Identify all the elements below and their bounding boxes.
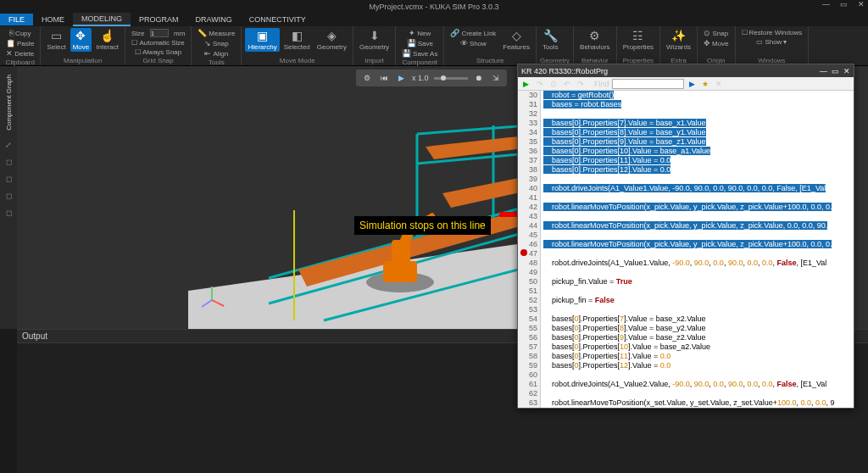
hierarchy-button[interactable]: ▣Hierarchy	[245, 28, 279, 52]
run-icon[interactable]: ▶	[520, 78, 531, 89]
size-field[interactable]: Size mm	[129, 28, 187, 38]
comp-save-button[interactable]: 💾Save	[399, 38, 440, 48]
size-input[interactable]	[150, 29, 169, 37]
code-window-titlebar[interactable]: KR 420 R3330::RobotPrg — ▭ ✕	[518, 64, 854, 77]
sim-speed-label: x 1.0	[412, 74, 429, 82]
move-icon: ✥	[75, 29, 86, 42]
move-button[interactable]: ✥Move	[70, 28, 92, 52]
align-icon: ⇤	[204, 49, 211, 58]
code-min-icon[interactable]: —	[820, 67, 827, 75]
undo-icon[interactable]: ↶	[561, 78, 572, 89]
behaviors-button[interactable]: ⚙Behaviors	[577, 28, 613, 52]
import-icon: ⬇	[370, 29, 380, 42]
sim-speed-slider[interactable]	[434, 77, 468, 80]
maximize-icon[interactable]: ▭	[840, 0, 848, 8]
find-next-icon[interactable]: ▶	[687, 78, 698, 89]
ruler-icon: 📏	[198, 29, 207, 37]
sim-play-icon[interactable]: ▶	[395, 72, 407, 84]
gear-icon: ⚙	[589, 29, 600, 42]
link-icon: 🔗	[450, 29, 459, 37]
geo-tools-button[interactable]: 🔧Tools	[540, 28, 561, 52]
show-button[interactable]: 👁Show	[448, 38, 498, 48]
group-component-label: Component	[399, 58, 440, 66]
features-button[interactable]: ◇Features	[500, 28, 532, 52]
geometry-mmode-button[interactable]: ◈Geometry	[314, 28, 349, 52]
sim-record-icon[interactable]: ⏺	[473, 72, 485, 84]
interact-button[interactable]: ☝Interact	[93, 28, 121, 52]
svg-text:R: R	[197, 304, 203, 313]
find-input[interactable]	[612, 79, 684, 89]
origin-snap-button[interactable]: ⊙Snap	[701, 28, 732, 38]
group-movemode-label: Move Mode	[245, 57, 349, 64]
code-window-title: KR 420 R3330::RobotPrg	[521, 67, 608, 75]
code-close-icon[interactable]: ✕	[843, 67, 850, 75]
step-icon[interactable]: ↷	[534, 78, 545, 89]
redo-icon[interactable]: ↷	[575, 78, 586, 89]
wrench-icon: 🔧	[543, 29, 558, 42]
import-geometry-button[interactable]: ⬇Geometry	[357, 28, 392, 52]
sim-export-icon[interactable]: ⇲	[490, 72, 502, 84]
minimize-icon[interactable]: —	[822, 0, 830, 8]
group-tools-label: Tools	[195, 58, 237, 66]
createlink-button[interactable]: 🔗Create Link	[448, 28, 498, 38]
hand-icon: ☝	[100, 29, 114, 42]
checkbox-icon: ☐	[742, 29, 748, 36]
geom-icon: ◈	[327, 29, 337, 42]
auto-size-check[interactable]: ☐Automatic Size	[129, 38, 187, 47]
close-icon[interactable]: ✕	[858, 0, 865, 8]
view-tool-1[interactable]: ⤢	[3, 139, 14, 151]
measure-button[interactable]: 📏Measure	[195, 28, 237, 38]
code-body[interactable]: 3031323334353637383940414243444546474849…	[518, 91, 854, 408]
view-tool-5[interactable]: ◻	[3, 207, 14, 219]
window-icon: ▭	[756, 38, 763, 46]
tab-program[interactable]: PROGRAM	[131, 14, 187, 25]
tab-home[interactable]: HOME	[33, 14, 73, 25]
wizards-button[interactable]: ✨Wizards	[664, 28, 693, 52]
bookmark-icon[interactable]: ★	[700, 78, 711, 89]
view-tool-3[interactable]: ◻	[3, 173, 14, 185]
copy-button[interactable]: ⎘Copy	[3, 28, 36, 38]
clear-icon[interactable]: ✕	[714, 78, 725, 89]
sliders-icon: ☷	[632, 29, 643, 42]
always-snap-check[interactable]: ☐Always Snap	[129, 47, 187, 57]
selected-button[interactable]: ◧Selected	[281, 28, 313, 52]
group-import-label: Import	[357, 57, 392, 64]
menu-tabs: FILE HOME MODELING PROGRAM DRAWING CONNE…	[0, 13, 868, 26]
sim-settings-icon[interactable]: ⚙	[361, 72, 373, 84]
tab-connectivity[interactable]: CONNECTIVITY	[241, 14, 314, 25]
component-graph-tab[interactable]: Component Graph	[3, 71, 14, 134]
snap-button[interactable]: ↘Snap	[195, 38, 237, 48]
annotation-callout: Simulation stops on this line	[354, 216, 491, 235]
group-clipboard-label: Clipboard	[3, 58, 36, 66]
view-tool-2[interactable]: ◻	[3, 156, 14, 168]
sim-reset-icon[interactable]: ⏮	[378, 72, 390, 84]
tab-drawing[interactable]: DRAWING	[187, 14, 241, 25]
group-grid-label: Grid Snap	[129, 57, 187, 64]
comp-saveas-button[interactable]: 💾Save As	[399, 48, 440, 58]
paste-button[interactable]: 📋Paste	[3, 38, 36, 48]
compile-icon[interactable]: ⎙	[548, 78, 559, 89]
saveas-icon: 💾	[402, 49, 411, 58]
restore-windows-button[interactable]: ☐Restore Windows	[739, 28, 805, 37]
code-max-icon[interactable]: ▭	[832, 67, 839, 75]
view-tool-4[interactable]: ◻	[3, 190, 14, 202]
show-menu-button[interactable]: ▭Show ▾	[739, 37, 805, 47]
new-icon: ✦	[409, 29, 415, 37]
properties-button[interactable]: ☷Properties	[620, 28, 656, 52]
delete-button[interactable]: ✕Delete	[3, 48, 36, 58]
code-editor-window[interactable]: KR 420 R3330::RobotPrg — ▭ ✕ ▶ ↷ ⎙ ↶ ↷ F…	[517, 64, 854, 409]
eye-icon: 👁	[460, 39, 468, 47]
ribbon: ⎘Copy 📋Paste ✕Delete Clipboard ▭Select ✥…	[0, 26, 868, 66]
select-button[interactable]: ▭Select	[44, 28, 68, 52]
align-button[interactable]: ⇤Align	[195, 48, 237, 58]
wizard-icon: ✨	[671, 29, 686, 42]
origin-move-button[interactable]: ✥Move	[701, 38, 732, 48]
find-label: Find	[594, 80, 609, 88]
save-icon: 💾	[407, 39, 416, 47]
feature-icon: ◇	[512, 29, 521, 42]
hierarchy-icon: ▣	[257, 29, 268, 42]
tab-file[interactable]: FILE	[0, 14, 33, 25]
comp-new-button[interactable]: ✦New	[399, 28, 440, 38]
tab-modeling[interactable]: MODELING	[73, 13, 131, 26]
snap-icon: ↘	[204, 39, 211, 47]
